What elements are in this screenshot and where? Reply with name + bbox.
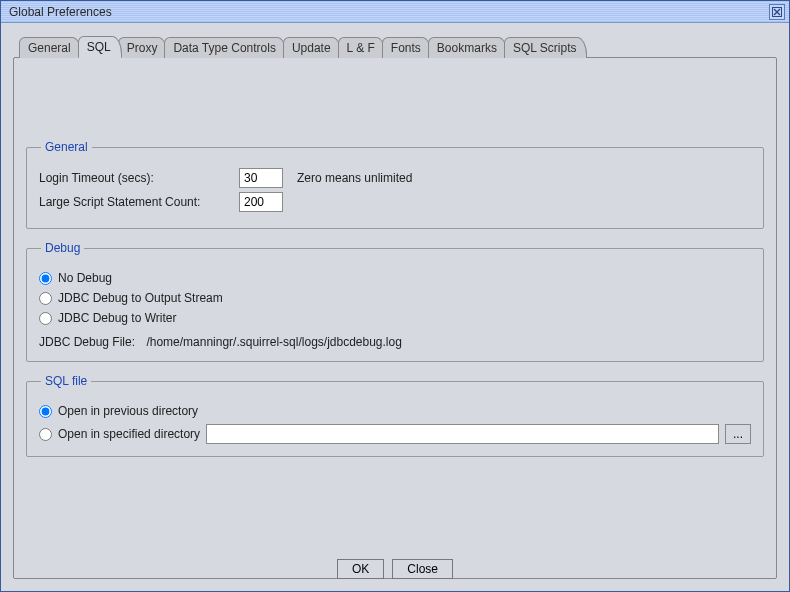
tab-look-and-feel[interactable]: L & F [338,37,386,58]
tab-label: Proxy [127,41,158,55]
radio-jdbc-output-stream-input[interactable] [39,292,52,305]
radio-label: Open in previous directory [58,404,198,418]
row-open-specified-dir: Open in specified directory ... [39,424,751,444]
radio-open-specified-dir-input[interactable] [39,428,52,441]
radio-jdbc-output-stream[interactable]: JDBC Debug to Output Stream [39,291,751,305]
radio-open-specified-dir[interactable]: Open in specified directory [39,427,200,441]
tab-label: SQL Scripts [513,41,577,55]
group-sql-file: SQL file Open in previous directory Open… [26,374,764,457]
preferences-window: Global Preferences General SQL Proxy Dat… [0,0,790,592]
close-window-button[interactable] [769,4,785,20]
group-general: General Login Timeout (secs): Zero means… [26,140,764,229]
tab-update[interactable]: Update [283,37,342,58]
titlebar: Global Preferences [1,1,789,23]
radio-label: JDBC Debug to Output Stream [58,291,223,305]
login-timeout-help: Zero means unlimited [297,171,412,185]
tab-label: SQL [87,40,111,54]
tab-bookmarks[interactable]: Bookmarks [428,37,508,58]
group-sql-file-legend: SQL file [41,374,91,388]
tab-general[interactable]: General [19,37,82,58]
login-timeout-field[interactable] [239,168,283,188]
radio-open-previous-dir[interactable]: Open in previous directory [39,404,751,418]
ok-button[interactable]: OK [337,559,384,579]
tab-label: Update [292,41,331,55]
group-debug: Debug No Debug JDBC Debug to Output Stre… [26,241,764,362]
row-large-script: Large Script Statement Count: [39,192,751,212]
login-timeout-label: Login Timeout (secs): [39,171,239,185]
tab-label: General [28,41,71,55]
radio-open-previous-dir-input[interactable] [39,405,52,418]
browse-button[interactable]: ... [725,424,751,444]
tab-label: Fonts [391,41,421,55]
group-general-legend: General [41,140,92,154]
tab-data-type-controls[interactable]: Data Type Controls [164,37,287,58]
tab-sql-scripts[interactable]: SQL Scripts [504,37,588,58]
tab-label: Bookmarks [437,41,497,55]
radio-jdbc-writer[interactable]: JDBC Debug to Writer [39,311,751,325]
jdbc-debug-file-label: JDBC Debug File: [39,335,135,349]
row-jdbc-debug-file: JDBC Debug File: /home/manningr/.squirre… [39,335,751,349]
radio-no-debug-input[interactable] [39,272,52,285]
tab-fonts[interactable]: Fonts [382,37,432,58]
content-area: General SQL Proxy Data Type Controls Upd… [1,23,789,591]
specified-dir-field[interactable] [206,424,719,444]
radio-no-debug[interactable]: No Debug [39,271,751,285]
large-script-field[interactable] [239,192,283,212]
radio-label: JDBC Debug to Writer [58,311,176,325]
dialog-buttons: OK Close [1,559,789,579]
tab-sql[interactable]: SQL [78,36,122,58]
group-debug-legend: Debug [41,241,84,255]
tab-label: Data Type Controls [173,41,276,55]
close-button[interactable]: Close [392,559,453,579]
radio-label: No Debug [58,271,112,285]
radio-label: Open in specified directory [58,427,200,441]
tab-proxy[interactable]: Proxy [118,37,169,58]
tabpanel-sql: General Login Timeout (secs): Zero means… [13,57,777,579]
window-title: Global Preferences [9,5,112,19]
tabrow: General SQL Proxy Data Type Controls Upd… [13,35,777,57]
tab-label: L & F [347,41,375,55]
close-icon [772,7,782,17]
jdbc-debug-file-value: /home/manningr/.squirrel-sql/logs/jdbcde… [146,335,401,349]
radio-jdbc-writer-input[interactable] [39,312,52,325]
row-login-timeout: Login Timeout (secs): Zero means unlimit… [39,168,751,188]
large-script-label: Large Script Statement Count: [39,195,239,209]
